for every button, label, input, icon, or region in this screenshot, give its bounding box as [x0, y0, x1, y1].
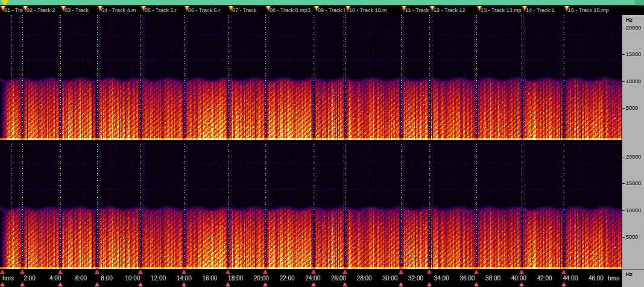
track-boundary-marker-bottom-icon[interactable]: [474, 282, 479, 286]
time-tick-label: 4:00: [49, 275, 61, 282]
time-ruler[interactable]: hms hms 2:004:006:008:0010:0012:0014:001…: [0, 269, 622, 287]
track-boundary-marker-bottom-icon[interactable]: [427, 282, 432, 286]
track-boundary-marker-icon[interactable]: [519, 270, 524, 274]
cue-marker-label[interactable]: 03 - Track: [65, 7, 89, 13]
track-boundary-marker-bottom-icon[interactable]: [0, 282, 5, 286]
track-boundary-marker-icon[interactable]: [343, 270, 347, 274]
track-boundary-marker-bottom-icon[interactable]: [226, 282, 230, 286]
freq-tick-mark: [622, 157, 625, 157]
freq-tick-label: 5000: [626, 105, 638, 111]
freq-tick-label: 20000: [626, 154, 641, 160]
cue-marker-label[interactable]: 09 - Track 9.r: [318, 7, 345, 13]
time-tick-label: 38:00: [485, 275, 500, 282]
cue-marker-label[interactable]: 07 - Track: [232, 7, 256, 13]
spectrogram-right-channel[interactable]: [0, 144, 622, 269]
time-tick-label: 14:00: [177, 275, 192, 282]
navigation-bar-endcap[interactable]: [636, 0, 644, 5]
cue-marker-label[interactable]: 12 - Track 12: [434, 7, 466, 13]
freq-tick-mark: [622, 210, 625, 211]
track-boundary-marker-bottom-icon[interactable]: [343, 282, 347, 286]
freq-tick-mark: [622, 28, 625, 28]
track-boundary-marker-icon[interactable]: [182, 270, 186, 274]
time-tick-label: 20:00: [254, 275, 269, 282]
time-tick-label: 26:00: [331, 275, 346, 282]
time-tick-label: 28:00: [357, 275, 372, 282]
freq-tick-label: 15000: [626, 180, 641, 186]
freq-tick-mark: [622, 108, 625, 109]
audio-editor-spectral-view: 01 - Track02 - Track 203 - Track04 - Tra…: [0, 0, 644, 287]
track-boundary-marker-icon[interactable]: [399, 270, 403, 274]
track-boundary-marker-bottom-icon[interactable]: [20, 282, 25, 286]
freq-tick-label: 10000: [626, 207, 641, 213]
horizontal-navigation-bar[interactable]: [0, 0, 644, 5]
cue-marker-label[interactable]: 02 - Track 2: [27, 7, 55, 13]
freq-axis-unit-top: Hz: [626, 17, 633, 23]
time-tick-label: 2:00: [24, 275, 35, 282]
track-boundary-marker-bottom-icon[interactable]: [182, 282, 186, 286]
track-boundary-marker-bottom-icon[interactable]: [561, 282, 566, 286]
track-boundary-marker-icon[interactable]: [263, 270, 268, 274]
time-tick-label: 24:00: [305, 275, 320, 282]
track-boundary-marker-icon[interactable]: [58, 270, 63, 274]
playback-cursor-flag-icon[interactable]: [1, 0, 8, 5]
cue-marker-label[interactable]: 08 - Track 8.mp3: [270, 7, 311, 13]
track-boundary-marker-icon[interactable]: [311, 270, 316, 274]
time-tick-label: 6:00: [75, 275, 87, 282]
track-boundary-marker-icon[interactable]: [226, 270, 230, 274]
time-tick-label: 32:00: [408, 275, 423, 282]
track-boundary-marker-icon[interactable]: [138, 270, 143, 274]
time-tick-label: 18:00: [228, 275, 243, 282]
frequency-axis[interactable]: Hz 2000015000100005000200001500010000500…: [622, 15, 644, 269]
freq-tick-label: 10000: [626, 78, 641, 84]
track-boundary-marker-bottom-icon[interactable]: [519, 282, 524, 286]
time-ruler-unit-right: hms: [608, 275, 619, 282]
track-boundary-marker-icon[interactable]: [474, 270, 479, 274]
cue-marker-label[interactable]: 06 - Track 6.r: [188, 7, 220, 13]
track-boundary-marker-bottom-icon[interactable]: [399, 282, 403, 286]
freq-tick-label: 5000: [626, 234, 638, 240]
time-tick-label: 30:00: [382, 275, 397, 282]
channel-divider: [0, 140, 622, 144]
cue-marker-label[interactable]: 05 - Track 5.r: [145, 7, 177, 13]
track-boundary-marker-bottom-icon[interactable]: [58, 282, 63, 286]
freq-tick-label: 20000: [626, 25, 641, 31]
time-tick-label: 12:00: [151, 275, 166, 282]
time-tick-label: 34:00: [434, 275, 449, 282]
time-ruler-unit-left: hms: [2, 275, 14, 282]
cue-marker-label[interactable]: 01 - Track: [4, 7, 22, 13]
freq-tick-mark: [622, 54, 625, 55]
track-boundary-marker-bottom-icon[interactable]: [263, 282, 268, 286]
time-tick-label: 40:00: [511, 275, 526, 282]
time-tick-label: 36:00: [459, 275, 475, 282]
freq-axis-unit-bottom: Hz: [626, 271, 633, 277]
time-tick-label: 44:00: [563, 275, 578, 282]
time-tick-label: 42:00: [537, 275, 552, 282]
cue-marker-label[interactable]: 11 - Track 1: [405, 7, 429, 13]
track-boundary-marker-bottom-icon[interactable]: [138, 282, 143, 286]
freq-tick-label: 15000: [626, 51, 641, 57]
cue-marker-row: 01 - Track02 - Track 203 - Track04 - Tra…: [0, 5, 644, 15]
freq-tick-mark: [622, 183, 625, 184]
cue-marker-label[interactable]: 10 - Track 10.m: [349, 7, 387, 13]
track-boundary-marker-icon[interactable]: [0, 270, 5, 274]
freq-tick-mark: [622, 237, 625, 238]
time-tick-label: 16:00: [202, 275, 217, 282]
time-tick-label: 10:00: [125, 275, 140, 282]
track-boundary-marker-icon[interactable]: [95, 270, 99, 274]
cue-marker-label[interactable]: 04 - Track 4.m: [101, 7, 136, 13]
time-tick-label: 8:00: [101, 275, 112, 282]
cue-marker-label[interactable]: 13 - Track 13.mp3: [481, 7, 522, 13]
cue-marker-label[interactable]: 14 - Track 1: [526, 7, 555, 13]
track-boundary-marker-icon[interactable]: [20, 270, 25, 274]
spectrogram-left-channel[interactable]: [0, 15, 622, 140]
ruler-corner: Hz: [622, 269, 644, 287]
time-tick-label: 46:00: [589, 275, 604, 282]
freq-tick-mark: [622, 81, 625, 82]
track-boundary-marker-bottom-icon[interactable]: [95, 282, 99, 286]
track-boundary-marker-bottom-icon[interactable]: [311, 282, 316, 286]
track-boundary-marker-icon[interactable]: [561, 270, 566, 274]
cue-marker-label[interactable]: 15 - Track 15.mp: [568, 7, 609, 13]
time-tick-label: 22:00: [279, 275, 294, 282]
track-boundary-marker-icon[interactable]: [427, 270, 432, 274]
